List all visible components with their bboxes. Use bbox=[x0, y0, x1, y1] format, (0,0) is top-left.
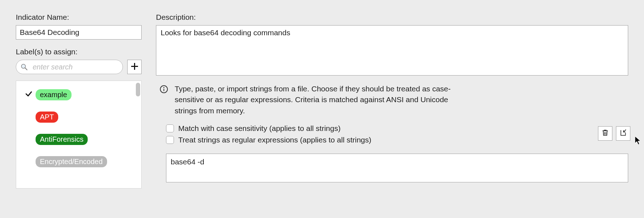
label-search-input[interactable] bbox=[16, 60, 123, 74]
search-icon bbox=[20, 63, 28, 71]
scrollbar[interactable] bbox=[136, 83, 140, 96]
info-icon bbox=[160, 85, 168, 94]
regex-label: Treat strings as regular expressions (ap… bbox=[178, 136, 371, 144]
svg-point-3 bbox=[164, 87, 165, 88]
indicator-name-label: Indicator Name: bbox=[16, 13, 142, 22]
label-list[interactable]: example APT AntiForensics Encrypted/Enco… bbox=[16, 81, 142, 189]
labels-assign-label: Label(s) to assign: bbox=[16, 47, 142, 56]
case-sensitivity-option[interactable]: Match with case sensitivity (applies to … bbox=[166, 124, 598, 133]
indicator-name-input[interactable] bbox=[16, 25, 142, 40]
cursor-icon bbox=[635, 136, 641, 145]
label-row-encrypted[interactable]: Encrypted/Encoded bbox=[20, 153, 137, 170]
regex-option[interactable]: Treat strings as regular expressions (ap… bbox=[166, 136, 598, 144]
label-pill: Encrypted/Encoded bbox=[36, 156, 107, 167]
trash-icon bbox=[601, 129, 609, 138]
label-pill: example bbox=[36, 89, 72, 100]
label-row-antiforensics[interactable]: AntiForensics bbox=[20, 131, 137, 148]
description-label: Description: bbox=[156, 13, 628, 22]
delete-button[interactable] bbox=[598, 126, 612, 141]
label-pill: AntiForensics bbox=[36, 134, 88, 145]
svg-line-1 bbox=[25, 68, 27, 70]
label-row-example[interactable]: example bbox=[20, 86, 137, 103]
svg-rect-4 bbox=[164, 89, 164, 91]
add-label-button[interactable] bbox=[127, 60, 142, 74]
description-input[interactable] bbox=[156, 25, 628, 76]
checkmark-icon bbox=[25, 90, 33, 100]
checkbox[interactable] bbox=[166, 136, 174, 144]
case-sensitivity-label: Match with case sensitivity (applies to … bbox=[178, 124, 341, 133]
strings-input[interactable]: base64 -d bbox=[166, 154, 628, 182]
import-button[interactable] bbox=[616, 126, 630, 141]
info-text: Type, paste, or import strings from a fi… bbox=[175, 83, 462, 116]
checkbox[interactable] bbox=[166, 124, 174, 132]
import-icon bbox=[619, 129, 627, 138]
label-pill: APT bbox=[36, 112, 58, 123]
label-row-apt[interactable]: APT bbox=[20, 108, 137, 126]
plus-icon bbox=[130, 62, 139, 72]
